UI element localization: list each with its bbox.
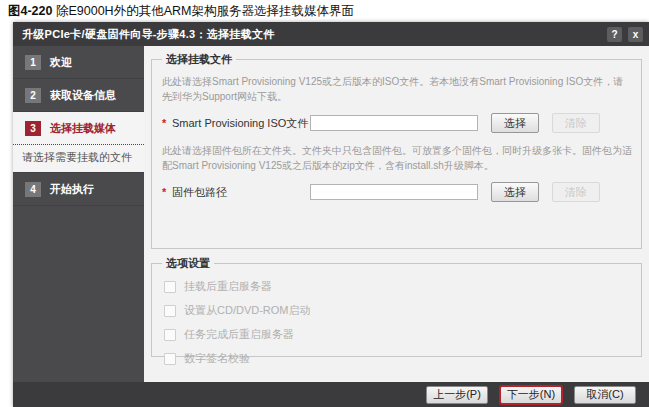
firmware-select-button[interactable]: 选择 <box>491 182 539 202</box>
figure-caption: 图4-220 除E9000H外的其他ARM架构服务器选择挂载媒体界面 <box>8 3 354 20</box>
cancel-button[interactable]: 取消(C) <box>574 386 636 404</box>
close-icon[interactable]: x <box>628 27 643 42</box>
checkbox-signature-check <box>164 353 176 365</box>
option-settings-legend: 选项设置 <box>162 256 214 271</box>
required-asterisk: * <box>162 186 172 198</box>
checkbox-row-restart-after-mount: 挂载后重启服务器 <box>164 278 633 295</box>
step-subtitle: 请选择需要挂载的文件 <box>13 145 144 172</box>
step-label: 选择挂载媒体 <box>50 121 116 136</box>
checkbox-restart-after-mount <box>164 281 176 293</box>
sidebar-step-welcome[interactable]: 1 欢迎 <box>13 46 144 79</box>
dialog-titlebar: 升级PCIe卡/硬盘固件向导-步骤4.3：选择挂载文件 ? x <box>13 22 649 46</box>
figure-caption-label: 图4-220 <box>8 4 52 18</box>
step-label: 欢迎 <box>50 55 72 70</box>
previous-step-button[interactable]: 上一步(P) <box>426 386 488 404</box>
required-asterisk: * <box>162 117 172 129</box>
select-mount-files-legend: 选择挂载文件 <box>162 52 236 67</box>
next-step-button[interactable]: 下一步(N) <box>500 386 562 404</box>
iso-file-label: Smart Provisioning ISO文件 <box>172 116 310 131</box>
step-number-badge: 4 <box>25 182 41 197</box>
firmware-path-label: 固件包路径 <box>172 185 310 200</box>
step-number-badge: 2 <box>25 88 41 103</box>
checkbox-row-boot-from-cd: 设置从CD/DVD-ROM启动 <box>164 302 633 319</box>
checkbox-row-restart-after-task: 任务完成后重启服务器 <box>164 326 633 343</box>
wizard-dialog: 升级PCIe卡/硬盘固件向导-步骤4.3：选择挂载文件 ? x 1 欢迎 2 获… <box>13 22 649 407</box>
step-number-badge: 3 <box>25 121 41 136</box>
firmware-path-row: * 固件包路径 选择 清除 <box>162 182 633 202</box>
checkbox-label: 任务完成后重启服务器 <box>184 327 294 342</box>
checkbox-restart-after-task <box>164 329 176 341</box>
dialog-title: 升级PCIe卡/硬盘固件向导-步骤4.3：选择挂载文件 <box>13 27 275 42</box>
select-mount-files-group: 选择挂载文件 此处请选择Smart Provisioning V125或之后版本… <box>151 52 642 249</box>
firmware-hint-text: 此处请选择固件包所在文件夹。文件夹中只包含固件包。可放置多个固件包，同时升级多张… <box>162 143 633 173</box>
step-number-badge: 1 <box>25 55 41 70</box>
checkbox-row-signature-check: 数字签名校验 <box>164 350 633 367</box>
sidebar-step-device-info[interactable]: 2 获取设备信息 <box>13 79 144 112</box>
iso-select-button[interactable]: 选择 <box>491 113 539 133</box>
sidebar-step-select-media[interactable]: 3 选择挂载媒体 <box>13 112 144 145</box>
step-label: 获取设备信息 <box>50 88 116 103</box>
firmware-clear-button: 清除 <box>552 182 600 202</box>
dialog-footer: 上一步(P) 下一步(N) 取消(C) <box>13 382 649 407</box>
iso-file-input[interactable] <box>310 115 478 131</box>
iso-file-row: * Smart Provisioning ISO文件 选择 清除 <box>162 113 633 133</box>
firmware-path-input[interactable] <box>310 184 478 200</box>
option-settings-group: 选项设置 挂载后重启服务器 设置从CD/DVD-ROM启动 任务完成后重启服务器… <box>151 256 642 357</box>
iso-hint-text: 此处请选择Smart Provisioning V125或之后版本的ISO文件。… <box>162 74 633 104</box>
figure-caption-text: 除E9000H外的其他ARM架构服务器选择挂载媒体界面 <box>52 4 353 18</box>
wizard-steps-sidebar: 1 欢迎 2 获取设备信息 3 选择挂载媒体 请选择需要挂载的文件 4 开始执行 <box>13 46 144 382</box>
help-icon[interactable]: ? <box>607 27 622 42</box>
checkbox-boot-from-cd <box>164 305 176 317</box>
iso-clear-button: 清除 <box>552 113 600 133</box>
sidebar-step-select-media-active: 3 选择挂载媒体 请选择需要挂载的文件 <box>13 112 144 173</box>
checkbox-label: 挂载后重启服务器 <box>184 279 272 294</box>
sidebar-step-execute[interactable]: 4 开始执行 <box>13 173 144 206</box>
main-content: 选择挂载文件 此处请选择Smart Provisioning V125或之后版本… <box>144 46 649 382</box>
step-label: 开始执行 <box>50 182 94 197</box>
checkbox-label: 数字签名校验 <box>184 351 250 366</box>
checkbox-label: 设置从CD/DVD-ROM启动 <box>184 303 311 318</box>
